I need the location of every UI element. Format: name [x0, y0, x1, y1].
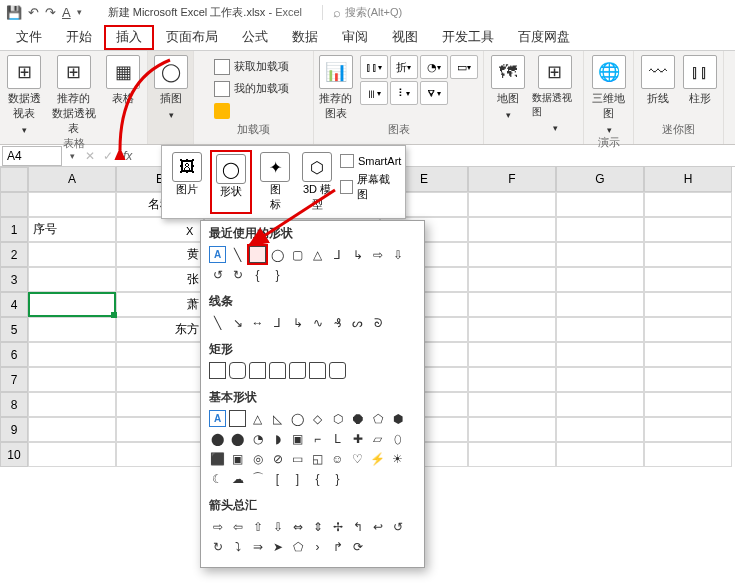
- cell[interactable]: [556, 367, 644, 392]
- shape-curve-left[interactable]: ↺: [209, 266, 226, 283]
- row-header[interactable]: 6: [0, 342, 28, 367]
- shape-brace-r[interactable]: }: [329, 470, 346, 487]
- col-header[interactable]: F: [468, 167, 556, 192]
- shape-roundrect[interactable]: ▢: [289, 246, 306, 263]
- cell[interactable]: [644, 217, 732, 242]
- 3d-map-button[interactable]: 🌐 三维地 图: [591, 55, 627, 135]
- shape-sun[interactable]: ☀: [389, 450, 406, 467]
- name-box[interactable]: [2, 146, 62, 166]
- font-color-icon[interactable]: A: [62, 5, 71, 20]
- insert-icons-button[interactable]: ✦ 图 标: [256, 150, 294, 214]
- chart-hier-button[interactable]: ▭: [450, 55, 478, 79]
- cell[interactable]: [28, 192, 116, 217]
- cell[interactable]: [116, 392, 204, 417]
- tab-view[interactable]: 视图: [380, 25, 430, 50]
- col-header[interactable]: G: [556, 167, 644, 192]
- insert-picture-button[interactable]: 🖼 图片: [168, 150, 206, 214]
- cell[interactable]: [28, 442, 116, 467]
- shape-frame[interactable]: ▣: [289, 430, 306, 447]
- shape-7[interactable]: ⬠: [369, 410, 386, 427]
- cell[interactable]: 序号: [28, 217, 116, 242]
- shape-cross[interactable]: ✚: [349, 430, 366, 447]
- chart-column-button[interactable]: ⫿⫿: [360, 55, 388, 79]
- recommended-charts-button[interactable]: 📊 推荐的 图表: [318, 55, 354, 121]
- confirm-entry-icon[interactable]: ✓: [99, 149, 117, 163]
- shape-line-dbl[interactable]: ↔: [249, 314, 266, 331]
- row-header[interactable]: 9: [0, 417, 28, 442]
- cell[interactable]: [28, 317, 116, 342]
- shape-rect[interactable]: [209, 362, 226, 379]
- shape-triangle[interactable]: △: [309, 246, 326, 263]
- shape-roundrect[interactable]: [229, 362, 246, 379]
- cell[interactable]: [468, 442, 556, 467]
- tab-home[interactable]: 开始: [54, 25, 104, 50]
- cell[interactable]: [28, 242, 116, 267]
- shape-arrow-notch[interactable]: ➤: [269, 538, 286, 555]
- save-icon[interactable]: 💾: [6, 5, 22, 20]
- shape-lshape[interactable]: L: [329, 430, 346, 447]
- shape-pie[interactable]: ◔: [249, 430, 266, 447]
- cell[interactable]: [468, 317, 556, 342]
- shape-arrow-circ[interactable]: ⟳: [349, 538, 366, 555]
- cell-selected[interactable]: [28, 292, 116, 317]
- shape-arrow-d[interactable]: ⇩: [269, 518, 286, 535]
- shape-brace-l[interactable]: {: [309, 470, 326, 487]
- shape-connector[interactable]: ⅃: [329, 246, 346, 263]
- recommended-pivot-button[interactable]: ⊞ 推荐的 数据透视表: [48, 55, 99, 136]
- shape-arrow-call[interactable]: ↱: [329, 538, 346, 555]
- cell[interactable]: [644, 392, 732, 417]
- shape-arrow-curvl[interactable]: ↺: [389, 518, 406, 535]
- shape-brace-left[interactable]: {: [249, 266, 266, 283]
- cell[interactable]: [556, 417, 644, 442]
- cell[interactable]: 张: [116, 267, 204, 292]
- shape-rect2[interactable]: [229, 410, 246, 427]
- cell[interactable]: 黄: [116, 242, 204, 267]
- shape-elbow[interactable]: ⅃: [269, 314, 286, 331]
- shape-10[interactable]: ⬤: [209, 430, 226, 447]
- insert-3dmodel-button[interactable]: ⬡ 3D 模 型: [298, 150, 336, 214]
- shape-arrow[interactable]: ⇨: [369, 246, 386, 263]
- cell[interactable]: [116, 442, 204, 467]
- col-header[interactable]: A: [28, 167, 116, 192]
- cell[interactable]: [556, 192, 644, 217]
- col-header[interactable]: H: [644, 167, 732, 192]
- shape-arrow-pent[interactable]: ⬠: [289, 538, 306, 555]
- cell[interactable]: [644, 342, 732, 367]
- shape-snip1[interactable]: [249, 362, 266, 379]
- cell[interactable]: [468, 267, 556, 292]
- insert-screenshot-button[interactable]: 屏幕截图: [340, 172, 401, 202]
- cell[interactable]: [468, 367, 556, 392]
- shape-arrow-r[interactable]: ⇨: [209, 518, 226, 535]
- shape-free[interactable]: ᔕ: [349, 314, 366, 331]
- cell[interactable]: [468, 242, 556, 267]
- cell[interactable]: [556, 267, 644, 292]
- shape-curve2[interactable]: ₰: [329, 314, 346, 331]
- cell[interactable]: [468, 392, 556, 417]
- cell[interactable]: [556, 292, 644, 317]
- pivot-chart-button[interactable]: ⊞ 数据透视图: [532, 55, 577, 133]
- bing-addin-button[interactable]: [214, 101, 293, 121]
- cell[interactable]: [28, 342, 116, 367]
- shape-scribble[interactable]: ᘐ: [369, 314, 386, 331]
- shape-oval[interactable]: ◯: [269, 246, 286, 263]
- undo-icon[interactable]: ↶: [28, 5, 39, 20]
- cell[interactable]: [116, 367, 204, 392]
- shape-round2[interactable]: [329, 362, 346, 379]
- row-header[interactable]: 5: [0, 317, 28, 342]
- qat-more-icon[interactable]: ▾: [77, 7, 82, 17]
- cell[interactable]: [116, 417, 204, 442]
- shape-arrow-u[interactable]: ⇧: [249, 518, 266, 535]
- fx-icon[interactable]: fx: [117, 149, 138, 163]
- cell[interactable]: [468, 417, 556, 442]
- shape-down-arrow[interactable]: ⇩: [389, 246, 406, 263]
- shape-curve-right[interactable]: ↻: [229, 266, 246, 283]
- row-header[interactable]: 8: [0, 392, 28, 417]
- shape-round1[interactable]: [309, 362, 326, 379]
- cell[interactable]: [644, 417, 732, 442]
- pivot-table-button[interactable]: ⊞ 数据透 视表: [6, 55, 42, 135]
- my-addins-button[interactable]: 我的加载项: [214, 79, 293, 99]
- cell[interactable]: [644, 242, 732, 267]
- shape-oval2[interactable]: ◯: [289, 410, 306, 427]
- shape-elbow-arrow[interactable]: ↳: [289, 314, 306, 331]
- shape-heart[interactable]: ♡: [349, 450, 366, 467]
